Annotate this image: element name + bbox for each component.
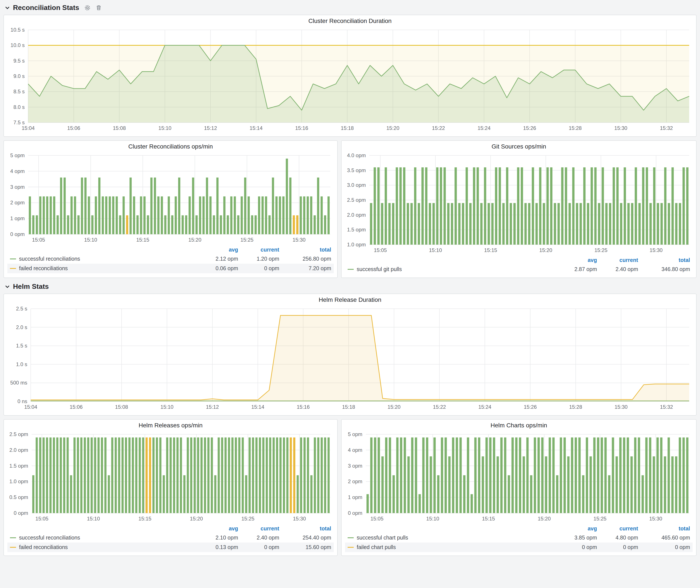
svg-text:15:12: 15:12	[206, 404, 219, 410]
svg-text:15:20: 15:20	[539, 247, 552, 253]
svg-text:2 opm: 2 opm	[348, 478, 362, 484]
svg-text:15:05: 15:05	[32, 237, 45, 243]
legend-header-total[interactable]: total	[638, 257, 690, 263]
legend-series-toggle[interactable]: failed reconciliations	[10, 544, 193, 550]
legend-header-current[interactable]: current	[238, 247, 279, 253]
panel-title-helm-releases-ops[interactable]: Helm Releases ops/min	[7, 420, 334, 431]
panel-title-cluster-reconciliation-duration[interactable]: Cluster Reconciliation Duration	[7, 15, 693, 26]
svg-text:8.5 s: 8.5 s	[13, 89, 25, 94]
svg-text:15:18: 15:18	[342, 404, 355, 410]
legend-header-avg[interactable]: avg	[193, 526, 238, 532]
panel-helm-release-duration: Helm Release Duration 0 ns500 ms1.0 s1.5…	[3, 294, 697, 416]
legend-git-sources: avg current total successful git pulls 2…	[345, 256, 693, 274]
helm-release-duration-chart[interactable]: 0 ns500 ms1.0 s1.5 s2.0 s2.5 s15:0415:06…	[7, 305, 693, 412]
svg-text:15:20: 15:20	[386, 125, 399, 131]
svg-text:15:20: 15:20	[387, 404, 400, 410]
svg-text:15:10: 15:10	[429, 247, 442, 253]
row-settings-icon[interactable]	[84, 5, 90, 11]
svg-text:3 opm: 3 opm	[348, 463, 362, 469]
svg-text:15:08: 15:08	[115, 404, 128, 410]
svg-text:15:28: 15:28	[569, 404, 582, 410]
legend-series-toggle[interactable]: failed chart pulls	[348, 544, 552, 550]
row-header-reconciliation-stats[interactable]: Reconciliation Stats	[3, 2, 697, 14]
svg-text:15:24: 15:24	[477, 125, 490, 131]
legend-series-label: successful reconciliations	[19, 256, 80, 262]
legend-header-current[interactable]: current	[597, 526, 638, 532]
svg-text:10.0 s: 10.0 s	[11, 42, 25, 48]
helm-releases-ops-chart[interactable]: 0 opm0.5 opm1.0 opm1.5 opm2.0 opm2.5 opm…	[7, 431, 334, 523]
series-color-icon	[10, 547, 16, 548]
git-sources-ops-chart[interactable]: 1.0 opm1.5 opm2.0 opm2.5 opm3.0 opm3.5 o…	[345, 152, 693, 255]
svg-text:4 opm: 4 opm	[10, 168, 25, 174]
chevron-down-icon	[4, 5, 10, 11]
legend-series-toggle[interactable]: successful reconciliations	[10, 256, 193, 262]
legend-header-current[interactable]: current	[238, 526, 279, 532]
svg-text:15:10: 15:10	[426, 516, 439, 522]
legend-header-total[interactable]: total	[279, 247, 331, 253]
row-delete-icon[interactable]	[96, 5, 102, 11]
series-color-icon	[10, 258, 16, 259]
row-title[interactable]: Helm Stats	[13, 283, 49, 291]
legend-series-label: successful chart pulls	[357, 535, 408, 541]
row-header-helm-stats[interactable]: Helm Stats	[3, 281, 697, 293]
svg-text:3.5 opm: 3.5 opm	[347, 167, 366, 173]
svg-text:15:20: 15:20	[188, 237, 201, 243]
svg-text:15:10: 15:10	[84, 237, 97, 243]
svg-text:15:15: 15:15	[136, 237, 149, 243]
legend-row-successful-reconciliations: successful reconciliations 2.10 opm 2.40…	[7, 533, 334, 543]
legend-series-label: successful reconciliations	[19, 535, 80, 541]
legend-current-value: 2.40 opm	[238, 535, 279, 541]
legend-total-value: 346.80 opm	[638, 266, 690, 272]
svg-text:15:14: 15:14	[251, 404, 264, 410]
svg-text:15:22: 15:22	[433, 404, 446, 410]
legend-total-value: 7.20 opm	[279, 265, 331, 271]
helm-charts-ops-chart[interactable]: 0 opm1 opm2 opm3 opm4 opm5 opm15:0515:10…	[345, 431, 693, 523]
legend-series-toggle[interactable]: successful reconciliations	[10, 535, 193, 541]
series-color-icon	[348, 537, 354, 538]
cluster-reconciliation-duration-chart[interactable]: 7.5 s8.0 s8.5 s9.0 s9.5 s10.0 s10.5 s15:…	[7, 26, 693, 133]
panel-title-helm-release-duration[interactable]: Helm Release Duration	[7, 294, 693, 305]
legend-total-value: 15.60 opm	[279, 544, 331, 550]
legend-header: avg current total	[7, 524, 334, 533]
svg-text:15:18: 15:18	[341, 125, 354, 131]
legend-header-current[interactable]: current	[597, 257, 638, 263]
svg-text:500 ms: 500 ms	[10, 380, 27, 386]
svg-text:15:30: 15:30	[615, 404, 627, 410]
legend-header-avg[interactable]: avg	[552, 257, 597, 263]
svg-text:2.0 s: 2.0 s	[16, 324, 27, 330]
legend-series-toggle[interactable]: failed reconciliations	[10, 265, 193, 271]
svg-text:9.5 s: 9.5 s	[13, 58, 25, 64]
svg-text:15:06: 15:06	[70, 404, 83, 410]
legend-header-total[interactable]: total	[279, 526, 331, 532]
trash-icon	[96, 5, 102, 11]
legend-series-label: failed reconciliations	[19, 265, 68, 271]
svg-text:15:20: 15:20	[190, 516, 203, 522]
legend-current-value: 0 opm	[597, 544, 638, 550]
panel-title-cluster-reconciliations-ops[interactable]: Cluster Reconciliations ops/min	[7, 141, 334, 152]
panel-title-git-sources-ops[interactable]: Git Sources ops/min	[345, 141, 693, 152]
legend-series-toggle[interactable]: successful chart pulls	[348, 535, 552, 541]
legend-header-avg[interactable]: avg	[552, 526, 597, 532]
legend-total-value: 256.80 opm	[279, 256, 331, 262]
svg-text:15:30: 15:30	[293, 237, 306, 243]
svg-text:1.5 opm: 1.5 opm	[347, 227, 366, 233]
svg-text:15:20: 15:20	[538, 516, 551, 522]
svg-text:15:15: 15:15	[482, 516, 495, 522]
legend-series-label: failed chart pulls	[357, 544, 396, 550]
svg-text:15:25: 15:25	[240, 237, 253, 243]
legend-header: avg current total	[345, 524, 693, 533]
cluster-reconciliations-ops-chart[interactable]: 0 opm1 opm2 opm3 opm4 opm5 opm15:0515:10…	[7, 152, 334, 245]
row-title[interactable]: Reconciliation Stats	[13, 4, 79, 12]
legend-header-total[interactable]: total	[638, 526, 690, 532]
svg-text:15:28: 15:28	[569, 125, 582, 131]
legend-series-label: successful git pulls	[357, 266, 402, 272]
legend-series-toggle[interactable]: successful git pulls	[348, 266, 552, 272]
panel-title-helm-charts-ops[interactable]: Helm Charts ops/min	[345, 420, 693, 431]
svg-text:2.5 opm: 2.5 opm	[9, 431, 28, 437]
svg-text:15:16: 15:16	[295, 125, 308, 131]
svg-text:5 opm: 5 opm	[10, 152, 25, 158]
legend-header-avg[interactable]: avg	[193, 247, 238, 253]
legend-helm-charts: avg current total successful chart pulls…	[345, 524, 693, 552]
svg-text:15:26: 15:26	[523, 125, 536, 131]
svg-text:2.0 opm: 2.0 opm	[9, 447, 28, 453]
